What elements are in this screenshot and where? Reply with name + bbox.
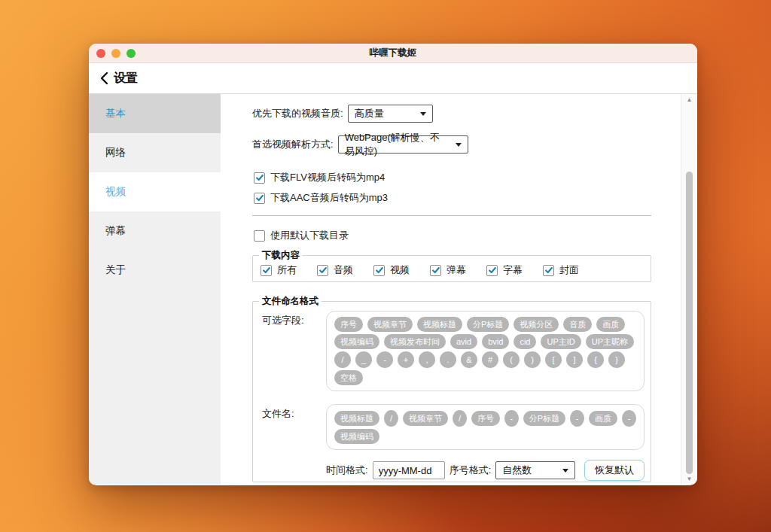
- download-option-danmaku[interactable]: 弹幕: [430, 263, 466, 277]
- window-title: 哔喱下载姬: [89, 47, 697, 59]
- download-option-video[interactable]: 视频: [373, 263, 410, 277]
- checkbox-label: 下载FLV视频后转码为mp4: [270, 171, 385, 184]
- filename-label: 文件名:: [262, 404, 326, 450]
- download-option-audio[interactable]: 音频: [317, 263, 353, 277]
- checkbox-box[interactable]: [486, 265, 498, 276]
- default-dir-checkbox-row: 使用默认下载目录: [254, 229, 349, 242]
- checkbox-label: 视频: [390, 263, 410, 277]
- pill-row: /_-+,.&#()[]{}: [334, 351, 636, 368]
- page-header: 设置: [89, 63, 697, 94]
- download-content-group: 下载内容 所有音频视频弹幕字幕封面: [252, 249, 651, 282]
- vertical-scrollbar[interactable]: ▲ ▼: [681, 94, 697, 485]
- field-tag[interactable]: 画质: [596, 317, 625, 332]
- field-tag[interactable]: -: [376, 351, 393, 368]
- filename-part-tag[interactable]: -: [570, 410, 584, 427]
- checkbox-label: 音频: [334, 263, 353, 277]
- filename-part-tag[interactable]: 画质: [589, 411, 617, 426]
- field-tag[interactable]: {: [587, 351, 604, 368]
- checkbox-box[interactable]: [373, 265, 385, 276]
- scrollbar-thumb[interactable]: [686, 172, 693, 474]
- default-dir-checkbox[interactable]: 使用默认下载目录: [254, 229, 349, 242]
- parse-mode-select[interactable]: WebPage(解析慢、不易风控): [338, 135, 468, 154]
- field-tag[interactable]: avid: [450, 334, 477, 349]
- field-tag[interactable]: }: [608, 351, 625, 368]
- filename-part-tag[interactable]: 视频标题: [334, 411, 379, 426]
- scroll-down-icon[interactable]: ▼: [681, 476, 697, 482]
- field-tag[interactable]: 视频章节: [367, 317, 413, 332]
- checkbox-box[interactable]: [254, 230, 265, 242]
- sidebar-item-network[interactable]: 网络: [89, 133, 221, 172]
- field-tag[interactable]: +: [398, 351, 414, 368]
- time-format-label: 时间格式:: [326, 464, 368, 477]
- field-tag[interactable]: ): [524, 351, 541, 368]
- field-tag[interactable]: bvid: [482, 334, 509, 349]
- checkbox-box[interactable]: [254, 172, 265, 184]
- flv-transcode-checkbox[interactable]: 下载FLV视频后转码为mp4: [254, 171, 385, 184]
- field-tag[interactable]: 视频标题: [417, 317, 462, 332]
- scroll-up-icon[interactable]: ▲: [681, 96, 697, 103]
- field-tag[interactable]: (: [503, 351, 520, 368]
- reset-defaults-button[interactable]: 恢复默认: [584, 460, 645, 481]
- field-tag[interactable]: 音质: [563, 317, 592, 332]
- filename-part-tag[interactable]: /: [453, 410, 467, 427]
- field-tag[interactable]: .: [440, 351, 456, 368]
- dropdown-caret-icon: [456, 143, 462, 147]
- field-tag[interactable]: ,: [419, 351, 435, 368]
- filename-part-tag[interactable]: 视频章节: [403, 411, 448, 426]
- checkbox-box[interactable]: [254, 193, 265, 204]
- available-fields-label: 可选字段:: [262, 311, 326, 391]
- field-tag[interactable]: [: [545, 351, 562, 368]
- download-option-subtitle[interactable]: 字幕: [486, 263, 523, 277]
- dropdown-caret-icon: [420, 112, 426, 116]
- audio-quality-row: 优先下载的视频音质: 高质量: [252, 105, 433, 123]
- audio-quality-select[interactable]: 高质量: [348, 105, 433, 123]
- field-tag[interactable]: 视频分区: [513, 317, 559, 332]
- checkbox-label: 使用默认下载目录: [270, 229, 349, 242]
- field-tag[interactable]: cid: [513, 334, 536, 349]
- seq-format-select[interactable]: 自然数: [495, 461, 575, 479]
- parse-mode-row: 首选视频解析方式: WebPage(解析慢、不易风控): [252, 135, 468, 154]
- sidebar-item-video[interactable]: 视频: [89, 172, 221, 211]
- filename-part-tag[interactable]: -: [504, 410, 519, 427]
- field-tag[interactable]: UP主昵称: [586, 334, 634, 349]
- time-format-input[interactable]: [373, 461, 445, 479]
- checkbox-label: 字幕: [503, 263, 523, 277]
- field-tag[interactable]: 视频发布时间: [384, 334, 446, 349]
- file-naming-group: 文件命名格式 可选字段: 序号视频章节视频标题分P标题视频分区音质画质视频编码视…: [252, 295, 651, 482]
- sidebar-item-basic[interactable]: 基本: [89, 94, 221, 133]
- back-button[interactable]: 设置: [99, 71, 138, 87]
- field-tag[interactable]: 视频编码: [334, 334, 379, 349]
- field-tag[interactable]: 空格: [334, 370, 363, 385]
- aac-transcode-checkbox[interactable]: 下载AAC音频后转码为mp3: [254, 191, 388, 205]
- back-chevron-icon: [99, 71, 108, 85]
- checkbox-box[interactable]: [317, 265, 328, 276]
- field-tag[interactable]: _: [355, 351, 372, 368]
- filename-part-tag[interactable]: 序号: [471, 411, 500, 426]
- download-option-cover[interactable]: 封面: [543, 263, 579, 277]
- sidebar-item-about[interactable]: 关于: [89, 251, 221, 290]
- aac-transcode-checkbox-row: 下载AAC音频后转码为mp3: [254, 191, 388, 205]
- app-window: 哔喱下载姬 设置 基本网络视频弹幕关于 优先下载的视频音质: 高质量 首选视频解…: [89, 44, 697, 485]
- filename-part-tag[interactable]: /: [384, 410, 398, 427]
- field-tag[interactable]: 序号: [334, 317, 363, 332]
- download-content-legend: 下载内容: [259, 249, 303, 262]
- filename-part-tag[interactable]: -: [622, 410, 636, 427]
- field-tag[interactable]: ]: [566, 351, 583, 368]
- checkbox-box[interactable]: [543, 265, 554, 276]
- pill-row: 视频标题/视频章节/序号-分P标题-画质-: [334, 410, 636, 427]
- field-tag[interactable]: UP主ID: [541, 334, 581, 349]
- sidebar-item-danmaku[interactable]: 弹幕: [89, 211, 221, 251]
- filename-part-tag[interactable]: 分P标题: [523, 411, 565, 426]
- audio-quality-label: 优先下载的视频音质:: [252, 107, 343, 120]
- field-tag[interactable]: 分P标题: [467, 317, 509, 332]
- field-tag[interactable]: &: [461, 351, 477, 368]
- download-option-all[interactable]: 所有: [261, 263, 297, 277]
- field-tag[interactable]: #: [482, 351, 498, 368]
- checkbox-box[interactable]: [430, 265, 441, 276]
- field-tag[interactable]: /: [334, 351, 351, 368]
- filename-part-tag[interactable]: 视频编码: [334, 429, 379, 444]
- dropdown-caret-icon: [562, 469, 568, 473]
- file-naming-legend: 文件命名格式: [259, 295, 322, 308]
- checkbox-box[interactable]: [261, 265, 272, 276]
- section-divider: [252, 215, 651, 216]
